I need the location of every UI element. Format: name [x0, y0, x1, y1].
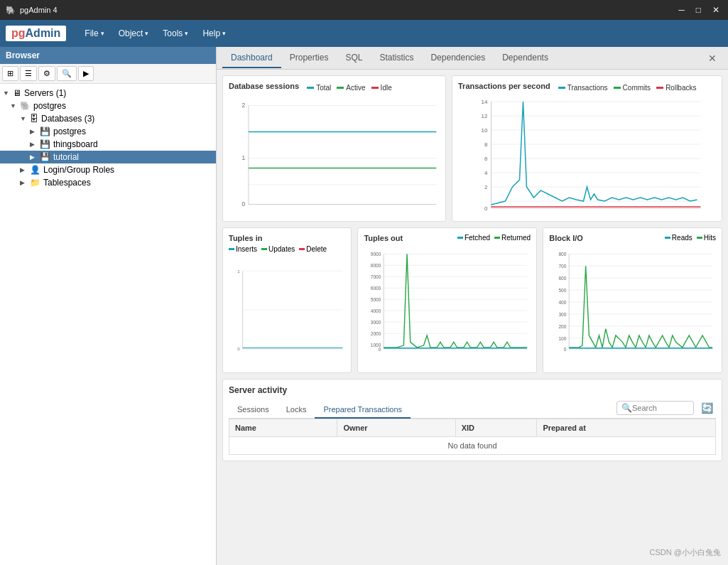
tree-item-tablespaces[interactable]: ▶ 📁 Tablespaces [0, 176, 216, 189]
refresh-button[interactable]: 🔄 [698, 401, 716, 415]
roles-icon: 👤 [30, 165, 40, 175]
sidebar: Browser ⊞ ☰ ⚙ 🔍 ▶ ▼ 🖥 Servers (1) ▼ 🐘 po… [0, 47, 217, 565]
app-logo: pgAdmin [6, 26, 66, 41]
tablespaces-icon: 📁 [30, 178, 40, 188]
title-bar: 🐘 pgAdmin 4 ─ □ ✕ [0, 0, 728, 20]
tuples-out-title: Tuples out [364, 234, 403, 242]
dashboard-content: Database sessions Total Active [217, 70, 728, 565]
tuples-in-legend-inserts: Inserts [236, 245, 257, 253]
sidebar-title: Browser [6, 50, 40, 60]
help-menu[interactable]: Help ▾ [195, 26, 233, 41]
svg-text:400: 400 [559, 300, 567, 305]
minimize-button[interactable]: ─ [675, 5, 688, 15]
svg-text:6: 6 [484, 156, 488, 162]
tree-item-thingsboard[interactable]: ▶ 💾 thingsboard [0, 138, 216, 151]
main-layout: Browser ⊞ ☰ ⚙ 🔍 ▶ ▼ 🖥 Servers (1) ▼ 🐘 po… [0, 47, 728, 565]
tab-properties[interactable]: Properties [281, 48, 337, 68]
svg-text:10: 10 [482, 127, 488, 134]
tab-dependencies[interactable]: Dependencies [422, 48, 494, 68]
title-bar-left: 🐘 pgAdmin 4 [6, 6, 58, 15]
file-menu-label: File [85, 28, 98, 38]
tools-menu-label: Tools [163, 28, 183, 38]
tab-dashboard[interactable]: Dashboard [222, 48, 281, 68]
svg-text:4000: 4000 [371, 308, 381, 313]
tree-item-postgres-server[interactable]: ▼ 🐘 postgres [0, 99, 216, 112]
tree-item-databases[interactable]: ▼ 🗄 Databases (3) [0, 112, 216, 125]
object-toolbar-button[interactable]: ⊞ [2, 66, 18, 81]
help-menu-arrow: ▾ [222, 30, 226, 37]
svg-text:8: 8 [484, 141, 488, 148]
db-sessions-chart: 2 1 0 [229, 95, 440, 215]
file-menu[interactable]: File ▾ [77, 26, 111, 41]
tutorial-arrow: ▶ [30, 154, 40, 161]
svg-text:600: 600 [559, 276, 567, 281]
search-box[interactable]: 🔍 [616, 401, 694, 415]
postgres-db-icon: 💾 [40, 127, 50, 136]
postgres-server-icon: 🐘 [20, 101, 31, 111]
tree-item-tutorial[interactable]: ▶ 💾 tutorial [0, 151, 216, 163]
tab-sql[interactable]: SQL [337, 48, 371, 68]
tools-menu-arrow: ▾ [185, 30, 188, 37]
tools-menu[interactable]: Tools ▾ [156, 26, 195, 41]
object-menu-arrow: ▾ [145, 30, 148, 37]
properties-toolbar-button[interactable]: ☰ [20, 66, 37, 81]
tab-dependencies-label: Dependencies [430, 53, 485, 63]
tuples-in-card: Tuples in Inserts Updates [222, 227, 352, 373]
postgres-db-label: postgres [53, 127, 86, 136]
prepared-transactions-table: Name Owner XID Prepared at No data found [229, 419, 716, 455]
terminal-toolbar-button[interactable]: ▶ [78, 66, 94, 81]
activity-toolbar: 🔍 🔄 [616, 401, 716, 418]
maximize-button[interactable]: □ [693, 5, 704, 15]
tuples-out-chart: 9000 8000 7000 6000 5000 4000 3000 2000 … [364, 245, 531, 359]
databases-arrow: ▼ [20, 115, 30, 122]
activity-tab-locks[interactable]: Locks [278, 402, 315, 419]
tree-item-roles[interactable]: ▶ 👤 Login/Group Roles [0, 163, 216, 176]
databases-label: Databases (3) [41, 114, 94, 124]
search-input[interactable] [632, 404, 689, 412]
col-name: Name [229, 419, 337, 437]
svg-text:0: 0 [484, 205, 488, 212]
close-button[interactable]: ✕ [710, 5, 722, 15]
transactions-legend-tx: Transactions [567, 84, 608, 92]
sidebar-toolbar: ⊞ ☰ ⚙ 🔍 ▶ [0, 64, 216, 84]
activity-tab-bar: Sessions Locks Prepared Transactions 🔍 🔄 [229, 401, 716, 419]
charts-row-1: Database sessions Total Active [222, 75, 722, 222]
postgres-db-arrow: ▶ [30, 128, 40, 135]
right-panel: Dashboard Properties SQL Statistics Depe… [217, 47, 728, 565]
svg-text:0: 0 [564, 347, 567, 352]
block-io-title: Block I/O [549, 234, 583, 242]
server-activity-title: Server activity [229, 385, 716, 395]
db-sessions-card: Database sessions Total Active [222, 75, 446, 222]
tree-item-servers[interactable]: ▼ 🖥 Servers (1) [0, 87, 216, 99]
servers-arrow: ▼ [3, 90, 13, 97]
col-xid: XID [455, 419, 537, 437]
file-menu-arrow: ▾ [101, 30, 104, 37]
search-icon: 🔍 [621, 403, 632, 413]
activity-tab-prepared[interactable]: Prepared Transactions [315, 402, 411, 419]
sidebar-header: Browser [0, 47, 216, 64]
sql-toolbar-button[interactable]: ⚙ [38, 66, 55, 81]
svg-text:800: 800 [559, 252, 567, 257]
svg-text:2: 2 [484, 184, 488, 190]
app-title: pgAdmin 4 [20, 6, 58, 14]
transactions-card: Transactions per second Transactions Com… [452, 75, 722, 222]
tuples-in-title: Tuples in [229, 234, 262, 242]
tree-item-postgres-db[interactable]: ▶ 💾 postgres [0, 125, 216, 138]
col-prepared-at: Prepared at [537, 419, 716, 437]
svg-text:12: 12 [482, 113, 488, 119]
tuples-out-card: Tuples out Fetched Returned [357, 227, 537, 373]
object-menu[interactable]: Object ▾ [112, 26, 156, 41]
svg-text:3000: 3000 [371, 320, 381, 325]
activity-tab-sessions[interactable]: Sessions [229, 402, 278, 419]
tab-dependents[interactable]: Dependents [494, 48, 557, 68]
svg-text:500: 500 [559, 288, 567, 293]
roles-label: Login/Group Roles [43, 165, 114, 175]
thingsboard-label: thingsboard [53, 139, 98, 149]
block-io-card: Block I/O Reads Hits [543, 227, 722, 373]
search-toolbar-button[interactable]: 🔍 [57, 66, 77, 81]
server-activity-section: Server activity Sessions Locks Prepared … [222, 379, 722, 461]
tuples-in-legend-delete: Delete [306, 245, 327, 253]
tab-statistics[interactable]: Statistics [371, 48, 422, 68]
svg-text:8000: 8000 [371, 263, 381, 268]
tab-close-button[interactable]: ✕ [702, 53, 722, 64]
